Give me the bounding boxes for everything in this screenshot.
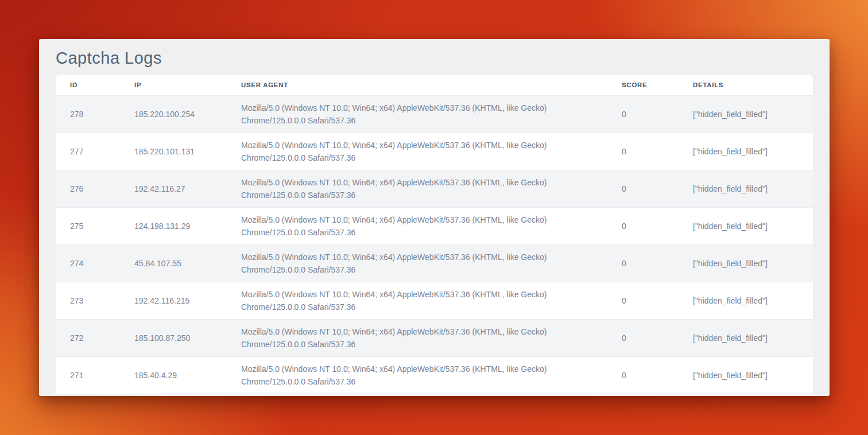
cell-score: 0 xyxy=(613,357,684,394)
cell-id: 273 xyxy=(56,282,125,320)
table-row: 27445.84.107.55Mozilla/5.0 (Windows NT 1… xyxy=(56,245,813,282)
page-title: Captcha Logs xyxy=(39,39,830,75)
cell-id: 271 xyxy=(56,357,125,394)
cell-score: 0 xyxy=(613,245,684,282)
cell-user-agent: Mozilla/5.0 (Windows NT 10.0; Win64; x64… xyxy=(232,357,613,394)
cell-details: ["hidden_field_filled"] xyxy=(684,282,813,320)
cell-ip: 192.42.116.215 xyxy=(125,282,232,320)
captcha-logs-table: IDIPUSER AGENTSCOREDETAILSTIMESTAMP 2781… xyxy=(56,75,813,394)
cell-score: 0 xyxy=(613,282,684,320)
cell-ip: 192.42.116.27 xyxy=(125,170,232,208)
cell-score: 0 xyxy=(613,133,684,170)
cell-details: ["hidden_field_filled"] xyxy=(684,96,813,133)
column-header-details: DETAILS xyxy=(684,75,813,96)
cell-ip: 45.84.107.55 xyxy=(125,245,232,282)
cell-details: ["hidden_field_filled"] xyxy=(684,357,813,394)
cell-user-agent: Mozilla/5.0 (Windows NT 10.0; Win64; x64… xyxy=(232,208,613,245)
cell-user-agent: Mozilla/5.0 (Windows NT 10.0; Win64; x64… xyxy=(232,170,613,208)
table-row: 273192.42.116.215Mozilla/5.0 (Windows NT… xyxy=(56,282,813,320)
table-row: 278185.220.100.254Mozilla/5.0 (Windows N… xyxy=(56,96,813,133)
cell-score: 0 xyxy=(613,208,684,245)
cell-score: 0 xyxy=(613,96,684,133)
page-background: { "page": { "title": "Captcha Logs" }, "… xyxy=(0,0,868,435)
column-header-score: SCORE xyxy=(613,75,684,96)
column-header-id: ID xyxy=(56,75,125,96)
cell-ip: 185.220.101.131 xyxy=(125,133,232,170)
cell-id: 277 xyxy=(56,133,125,170)
cell-details: ["hidden_field_filled"] xyxy=(684,245,813,282)
table-row: 276192.42.116.27Mozilla/5.0 (Windows NT … xyxy=(56,170,813,208)
cell-score: 0 xyxy=(613,170,684,208)
captcha-logs-card: Captcha Logs IDIPUSER AGENTSCOREDETAILST… xyxy=(39,39,830,396)
table-row: 271185.40.4.29Mozilla/5.0 (Windows NT 10… xyxy=(56,357,813,394)
table-body: 278185.220.100.254Mozilla/5.0 (Windows N… xyxy=(56,96,813,394)
cell-details: ["hidden_field_filled"] xyxy=(684,170,813,208)
cell-ip: 124.198.131.29 xyxy=(125,208,232,245)
table-header-row: IDIPUSER AGENTSCOREDETAILSTIMESTAMP xyxy=(56,75,813,96)
cell-details: ["hidden_field_filled"] xyxy=(684,320,813,357)
cell-user-agent: Mozilla/5.0 (Windows NT 10.0; Win64; x64… xyxy=(232,133,613,170)
cell-user-agent: Mozilla/5.0 (Windows NT 10.0; Win64; x64… xyxy=(232,245,613,282)
cell-ip: 185.220.100.254 xyxy=(125,96,232,133)
cell-details: ["hidden_field_filled"] xyxy=(684,133,813,170)
cell-id: 274 xyxy=(56,245,125,282)
cell-id: 278 xyxy=(56,96,125,133)
cell-score: 0 xyxy=(613,320,684,357)
cell-user-agent: Mozilla/5.0 (Windows NT 10.0; Win64; x64… xyxy=(232,282,613,320)
cell-id: 275 xyxy=(56,208,125,245)
cell-id: 272 xyxy=(56,320,125,357)
cell-details: ["hidden_field_filled"] xyxy=(684,208,813,245)
column-header-ip: IP xyxy=(125,75,232,96)
cell-ip: 185.100.87.250 xyxy=(125,320,232,357)
cell-id: 276 xyxy=(56,170,125,208)
table-row: 272185.100.87.250Mozilla/5.0 (Windows NT… xyxy=(56,320,813,357)
table-row: 275124.198.131.29Mozilla/5.0 (Windows NT… xyxy=(56,208,813,245)
cell-user-agent: Mozilla/5.0 (Windows NT 10.0; Win64; x64… xyxy=(232,96,613,133)
logs-table-container: IDIPUSER AGENTSCOREDETAILSTIMESTAMP 2781… xyxy=(56,75,813,394)
cell-user-agent: Mozilla/5.0 (Windows NT 10.0; Win64; x64… xyxy=(232,320,613,357)
cell-ip: 185.40.4.29 xyxy=(125,357,232,394)
column-header-user-agent: USER AGENT xyxy=(232,75,613,96)
table-head: IDIPUSER AGENTSCOREDETAILSTIMESTAMP xyxy=(56,75,813,96)
table-row: 277185.220.101.131Mozilla/5.0 (Windows N… xyxy=(56,133,813,170)
